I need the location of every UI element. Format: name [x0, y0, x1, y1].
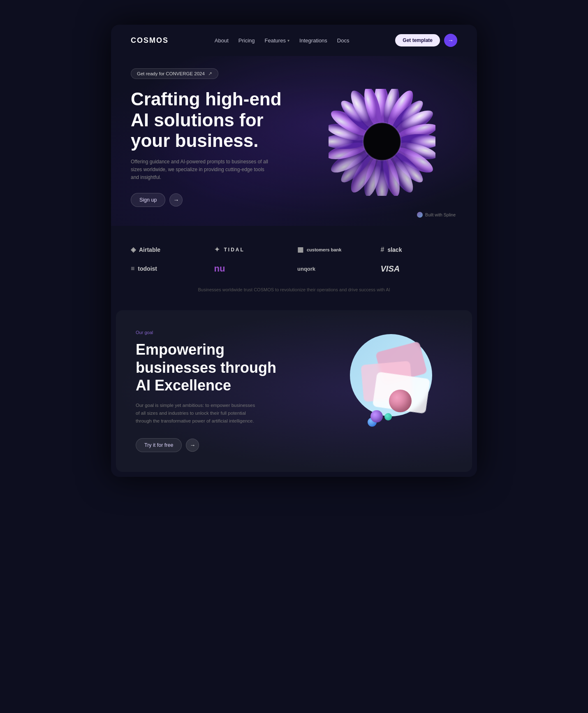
slack-icon: # [381, 246, 384, 253]
built-with-text: Built with Spline [425, 212, 456, 217]
goal-left: Our goal Empowering businesses through A… [136, 330, 288, 452]
sphere-purple [370, 410, 383, 423]
nav-docs[interactable]: Docs [337, 37, 350, 44]
hero-right [307, 89, 457, 196]
try-free-button[interactable]: Try it for free [136, 438, 182, 452]
goal-cta: Try it for free → [136, 438, 288, 452]
airtable-label: Airtable [139, 246, 160, 253]
goal-title: Empowering businesses through AI Excelle… [136, 341, 288, 394]
logo: COSMOS [131, 36, 169, 45]
goal-right [313, 330, 452, 445]
announce-arrow-icon: ↗ [208, 71, 212, 77]
visa-label: VISA [381, 264, 400, 274]
hero-title: Crafting high-end AI solutions for your … [131, 89, 294, 151]
nav-about[interactable]: About [215, 37, 229, 44]
built-with-dot-icon [417, 212, 423, 218]
tidal-label: TIDAL [224, 247, 245, 253]
nav-features[interactable]: Features [265, 37, 289, 44]
goal-cta-arrow-button[interactable]: → [186, 439, 199, 452]
hero-cta: Sign up → [131, 193, 294, 207]
logo-visa: VISA [381, 263, 458, 274]
logos-grid: ◈ Airtable ✦ TIDAL ▦ customers bank # sl… [131, 246, 457, 274]
goal-section: Our goal Empowering businesses through A… [116, 310, 472, 471]
get-template-button[interactable]: Get template [395, 34, 440, 46]
logo-slack: # slack [381, 246, 458, 253]
nu-label: nu [214, 263, 225, 274]
todoist-label: todoist [138, 265, 157, 272]
customers-bank-icon: ▦ [297, 246, 303, 253]
hero-cta-arrow-button[interactable]: → [169, 193, 183, 207]
logo-nu: nu [214, 263, 291, 274]
hero-content: Crafting high-end AI solutions for your … [131, 89, 457, 207]
3d-shapes-scene [329, 330, 436, 445]
logo-airtable: ◈ Airtable [131, 246, 208, 253]
airtable-icon: ◈ [131, 246, 136, 253]
nav-arrow-button[interactable]: → [444, 34, 457, 47]
goal-description: Our goal is simple yet ambitious: to emp… [136, 402, 259, 425]
signup-button[interactable]: Sign up [131, 193, 165, 207]
page-wrapper: COSMOS About Pricing Features Integratio… [111, 25, 477, 477]
navbar: COSMOS About Pricing Features Integratio… [111, 25, 477, 56]
unqork-label: unqork [297, 266, 315, 272]
nav-pricing[interactable]: Pricing [238, 37, 255, 44]
hero-subtitle: Offering guidance and AI-powered prompts… [131, 158, 271, 182]
sphere-pink [389, 390, 412, 412]
announce-badge[interactable]: Get ready for CONVERGE 2024 ↗ [131, 68, 218, 79]
nav-actions: Get template → [395, 34, 457, 47]
built-with: Built with Spline [131, 212, 457, 218]
tidal-icon: ✦ [214, 246, 221, 253]
logo-unqork: unqork [297, 263, 374, 274]
announce-text: Get ready for CONVERGE 2024 [137, 71, 205, 76]
logo-tidal: ✦ TIDAL [214, 246, 291, 253]
logos-section: ◈ Airtable ✦ TIDAL ▦ customers bank # sl… [111, 226, 477, 310]
nav-integrations[interactable]: Integrations [299, 37, 327, 44]
nav-links: About Pricing Features Integrations Docs [215, 37, 350, 44]
hero-left: Crafting high-end AI solutions for your … [131, 89, 294, 207]
logo-todoist: ≡ todoist [131, 263, 208, 274]
hero-section: Get ready for CONVERGE 2024 ↗ Crafting h… [111, 56, 477, 226]
sphere-teal [384, 413, 392, 420]
customers-bank-label: customers bank [307, 247, 341, 252]
hero-3d-visual [329, 89, 435, 196]
logo-customers-bank: ▦ customers bank [297, 246, 374, 253]
goal-label: Our goal [136, 330, 288, 335]
slack-label: slack [387, 246, 402, 253]
todoist-icon: ≡ [131, 265, 134, 272]
trust-text: Businesses worldwide trust COSMOS to rev… [131, 287, 457, 292]
